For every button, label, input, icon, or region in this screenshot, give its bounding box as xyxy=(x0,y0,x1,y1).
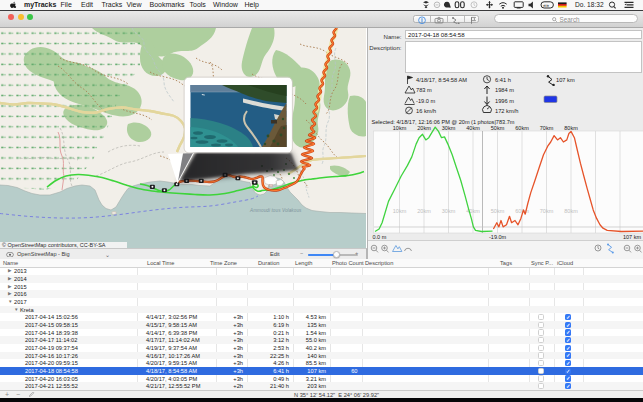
svg-text:30km: 30km xyxy=(441,125,455,131)
svg-text:20km: 20km xyxy=(417,208,431,214)
svg-text:1996 m: 1996 m xyxy=(495,98,514,104)
svg-text:50km: 50km xyxy=(490,125,504,131)
svg-text:107 km: 107 km xyxy=(623,234,641,240)
svg-text:16 km/h: 16 km/h xyxy=(416,108,436,114)
svg-text:40km: 40km xyxy=(466,125,480,131)
svg-text:30km: 30km xyxy=(441,208,455,214)
svg-text:0.0 m: 0.0 m xyxy=(372,234,386,240)
svg-text:-19.0 m: -19.0 m xyxy=(416,98,436,104)
svg-text:10km: 10km xyxy=(392,125,406,131)
svg-text:«»: «» xyxy=(543,2,549,8)
svg-text:107 km: 107 km xyxy=(556,77,575,83)
svg-text:20km: 20km xyxy=(417,125,431,131)
svg-text:70km: 70km xyxy=(539,125,553,131)
svg-text:172 km/h: 172 km/h xyxy=(495,108,518,114)
svg-text:6:41 h: 6:41 h xyxy=(495,77,511,83)
svg-text:-19.0m: -19.0m xyxy=(489,234,507,240)
svg-text:783 m: 783 m xyxy=(416,87,432,93)
svg-text:60km: 60km xyxy=(515,125,529,131)
svg-text:50km: 50km xyxy=(490,208,504,214)
svg-text:4/18/17, 8:54:58 AM: 4/18/17, 8:54:58 AM xyxy=(416,77,467,83)
svg-text:80km: 80km xyxy=(564,208,578,214)
svg-text:1984 m: 1984 m xyxy=(495,87,514,93)
svg-text:Ammoudi tous Volakous: Ammoudi tous Volakous xyxy=(249,208,302,213)
svg-text:10km: 10km xyxy=(392,208,406,214)
svg-text:70km: 70km xyxy=(539,208,553,214)
svg-text:80km: 80km xyxy=(564,125,578,131)
svg-text:Do. 18:32: Do. 18:32 xyxy=(575,2,604,9)
